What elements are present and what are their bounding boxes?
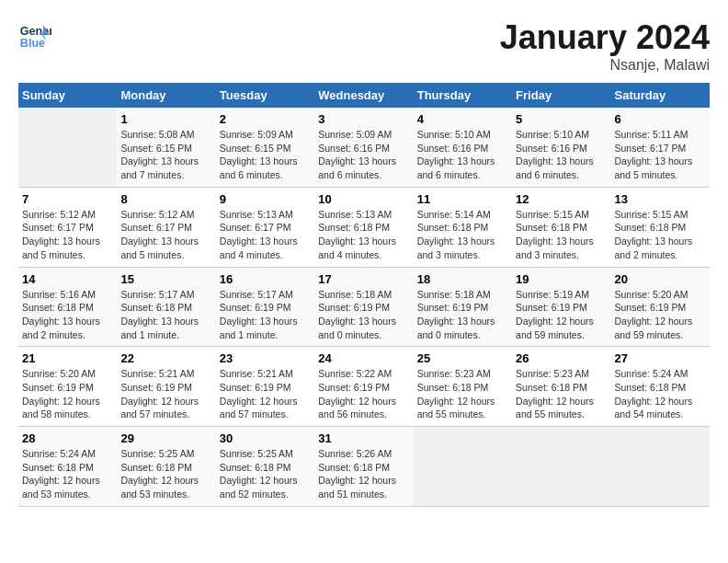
month-title: January 2024 [500, 18, 710, 57]
day-number: 12 [516, 192, 607, 206]
weekday-header-sunday: Sunday [18, 83, 117, 108]
calendar-cell: 18Sunrise: 5:18 AMSunset: 6:19 PMDayligh… [414, 267, 512, 347]
calendar-cell: 1Sunrise: 5:08 AMSunset: 6:15 PMDaylight… [117, 108, 215, 187]
day-number: 3 [318, 112, 409, 126]
day-number: 26 [516, 351, 607, 365]
day-info: Sunrise: 5:25 AMSunset: 6:18 PMDaylight:… [120, 447, 211, 501]
day-info: Sunrise: 5:13 AMSunset: 6:17 PMDaylight:… [220, 208, 311, 262]
day-info: Sunrise: 5:17 AMSunset: 6:18 PMDaylight:… [120, 288, 211, 342]
calendar-cell: 21Sunrise: 5:20 AMSunset: 6:19 PMDayligh… [18, 347, 117, 427]
day-number: 13 [615, 192, 706, 206]
day-number: 5 [516, 112, 607, 126]
day-info: Sunrise: 5:26 AMSunset: 6:18 PMDaylight:… [318, 447, 409, 501]
calendar-cell: 13Sunrise: 5:15 AMSunset: 6:18 PMDayligh… [611, 187, 710, 267]
calendar-cell [18, 108, 117, 187]
day-number: 2 [220, 112, 311, 126]
day-number: 20 [615, 272, 706, 286]
day-info: Sunrise: 5:23 AMSunset: 6:18 PMDaylight:… [516, 367, 607, 421]
calendar-cell: 4Sunrise: 5:10 AMSunset: 6:16 PMDaylight… [414, 108, 512, 187]
day-info: Sunrise: 5:23 AMSunset: 6:18 PMDaylight:… [417, 367, 508, 421]
day-number: 30 [220, 431, 311, 445]
calendar-cell: 5Sunrise: 5:10 AMSunset: 6:16 PMDaylight… [512, 108, 610, 187]
calendar-cell: 12Sunrise: 5:15 AMSunset: 6:18 PMDayligh… [512, 187, 610, 267]
calendar-cell: 9Sunrise: 5:13 AMSunset: 6:17 PMDaylight… [216, 187, 314, 267]
title-area: January 2024 Nsanje, Malawi [500, 18, 710, 74]
day-number: 10 [318, 192, 409, 206]
day-number: 22 [120, 351, 211, 365]
day-info: Sunrise: 5:12 AMSunset: 6:17 PMDaylight:… [120, 208, 211, 262]
calendar-cell: 23Sunrise: 5:21 AMSunset: 6:19 PMDayligh… [216, 347, 314, 427]
day-number: 18 [417, 272, 508, 286]
day-info: Sunrise: 5:16 AMSunset: 6:18 PMDaylight:… [22, 288, 113, 342]
day-number: 15 [120, 272, 211, 286]
calendar-cell: 6Sunrise: 5:11 AMSunset: 6:17 PMDaylight… [611, 108, 710, 187]
calendar-week-2: 7Sunrise: 5:12 AMSunset: 6:17 PMDaylight… [18, 187, 710, 267]
calendar-cell [611, 427, 710, 507]
location-title: Nsanje, Malawi [500, 57, 710, 74]
day-number: 11 [417, 192, 508, 206]
calendar-cell: 3Sunrise: 5:09 AMSunset: 6:16 PMDaylight… [314, 108, 413, 187]
calendar-cell: 24Sunrise: 5:22 AMSunset: 6:19 PMDayligh… [314, 347, 413, 427]
day-number: 27 [615, 351, 706, 365]
day-number: 4 [417, 112, 508, 126]
day-info: Sunrise: 5:22 AMSunset: 6:19 PMDaylight:… [318, 367, 409, 421]
calendar-cell: 29Sunrise: 5:25 AMSunset: 6:18 PMDayligh… [117, 427, 215, 507]
calendar-cell: 14Sunrise: 5:16 AMSunset: 6:18 PMDayligh… [18, 267, 117, 347]
calendar-cell: 30Sunrise: 5:25 AMSunset: 6:18 PMDayligh… [216, 427, 314, 507]
day-info: Sunrise: 5:25 AMSunset: 6:18 PMDaylight:… [220, 447, 311, 501]
day-info: Sunrise: 5:17 AMSunset: 6:19 PMDaylight:… [220, 288, 311, 342]
day-number: 25 [417, 351, 508, 365]
day-info: Sunrise: 5:24 AMSunset: 6:18 PMDaylight:… [22, 447, 113, 501]
day-info: Sunrise: 5:09 AMSunset: 6:15 PMDaylight:… [220, 128, 311, 182]
day-number: 24 [318, 351, 409, 365]
calendar-cell: 27Sunrise: 5:24 AMSunset: 6:18 PMDayligh… [611, 347, 710, 427]
svg-text:Blue: Blue [20, 37, 45, 50]
calendar-cell: 31Sunrise: 5:26 AMSunset: 6:18 PMDayligh… [314, 427, 413, 507]
weekday-header-thursday: Thursday [414, 83, 512, 108]
page-header: General Blue January 2024 Nsanje, Malawi [18, 18, 710, 74]
day-number: 7 [22, 192, 113, 206]
calendar-cell: 20Sunrise: 5:20 AMSunset: 6:19 PMDayligh… [611, 267, 710, 347]
weekday-header-wednesday: Wednesday [314, 83, 413, 108]
day-number: 21 [22, 351, 113, 365]
weekday-header-tuesday: Tuesday [216, 83, 314, 108]
weekday-header-saturday: Saturday [611, 83, 710, 108]
day-info: Sunrise: 5:21 AMSunset: 6:19 PMDaylight:… [220, 367, 311, 421]
day-number: 31 [318, 431, 409, 445]
day-number: 6 [615, 112, 706, 126]
day-number: 28 [22, 431, 113, 445]
calendar-cell: 16Sunrise: 5:17 AMSunset: 6:19 PMDayligh… [216, 267, 314, 347]
day-info: Sunrise: 5:09 AMSunset: 6:16 PMDaylight:… [318, 128, 409, 182]
calendar-cell: 26Sunrise: 5:23 AMSunset: 6:18 PMDayligh… [512, 347, 610, 427]
day-number: 16 [220, 272, 311, 286]
day-info: Sunrise: 5:20 AMSunset: 6:19 PMDaylight:… [22, 367, 113, 421]
logo: General Blue [18, 18, 51, 52]
calendar-cell: 28Sunrise: 5:24 AMSunset: 6:18 PMDayligh… [18, 427, 117, 507]
day-number: 8 [120, 192, 211, 206]
calendar-cell [512, 427, 610, 507]
day-info: Sunrise: 5:10 AMSunset: 6:16 PMDaylight:… [516, 128, 607, 182]
calendar-week-1: 1Sunrise: 5:08 AMSunset: 6:15 PMDaylight… [18, 108, 710, 187]
day-info: Sunrise: 5:08 AMSunset: 6:15 PMDaylight:… [120, 128, 211, 182]
day-info: Sunrise: 5:11 AMSunset: 6:17 PMDaylight:… [615, 128, 706, 182]
calendar-cell: 11Sunrise: 5:14 AMSunset: 6:18 PMDayligh… [414, 187, 512, 267]
calendar-cell: 8Sunrise: 5:12 AMSunset: 6:17 PMDaylight… [117, 187, 215, 267]
day-number: 9 [220, 192, 311, 206]
calendar-cell: 19Sunrise: 5:19 AMSunset: 6:19 PMDayligh… [512, 267, 610, 347]
day-info: Sunrise: 5:21 AMSunset: 6:19 PMDaylight:… [120, 367, 211, 421]
calendar-cell: 15Sunrise: 5:17 AMSunset: 6:18 PMDayligh… [117, 267, 215, 347]
day-number: 19 [516, 272, 607, 286]
day-info: Sunrise: 5:19 AMSunset: 6:19 PMDaylight:… [516, 288, 607, 342]
calendar-cell: 10Sunrise: 5:13 AMSunset: 6:18 PMDayligh… [314, 187, 413, 267]
weekday-header-monday: Monday [117, 83, 215, 108]
day-info: Sunrise: 5:18 AMSunset: 6:19 PMDaylight:… [318, 288, 409, 342]
day-info: Sunrise: 5:15 AMSunset: 6:18 PMDaylight:… [516, 208, 607, 262]
day-number: 29 [120, 431, 211, 445]
day-info: Sunrise: 5:20 AMSunset: 6:19 PMDaylight:… [615, 288, 706, 342]
day-number: 14 [22, 272, 113, 286]
day-number: 23 [220, 351, 311, 365]
calendar-cell: 2Sunrise: 5:09 AMSunset: 6:15 PMDaylight… [216, 108, 314, 187]
day-number: 1 [120, 112, 211, 126]
calendar-week-5: 28Sunrise: 5:24 AMSunset: 6:18 PMDayligh… [18, 427, 710, 507]
day-info: Sunrise: 5:12 AMSunset: 6:17 PMDaylight:… [22, 208, 113, 262]
